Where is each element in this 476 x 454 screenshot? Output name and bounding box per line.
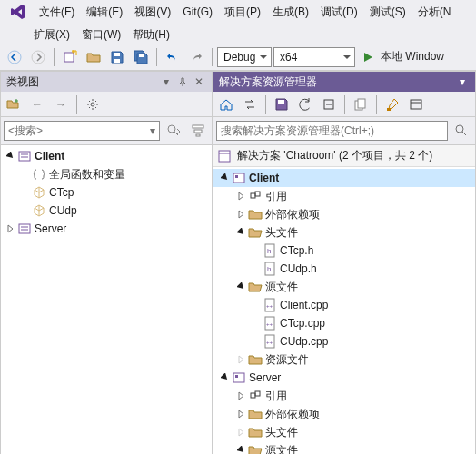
class-view-tree[interactable]: Client 全局函数和变量 CTcp CUdp Server bbox=[1, 145, 212, 454]
nav-back-button[interactable] bbox=[4, 46, 25, 68]
menu-help[interactable]: 帮助(H) bbox=[127, 25, 175, 44]
tree-node-client[interactable]: Client bbox=[1, 147, 212, 165]
dropdown-icon[interactable]: ▾ bbox=[159, 74, 174, 89]
open-button[interactable] bbox=[83, 46, 104, 68]
expander-icon[interactable] bbox=[219, 371, 232, 384]
undo-button[interactable] bbox=[162, 46, 183, 68]
menu-file[interactable]: 文件(F) bbox=[34, 3, 80, 22]
pin-icon[interactable] bbox=[175, 74, 190, 89]
header-file-icon: h bbox=[263, 262, 277, 276]
tree-node-cudp[interactable]: CUdp bbox=[1, 202, 212, 220]
tree-node-server-sources[interactable]: 源文件 bbox=[213, 441, 475, 454]
switch-view-icon[interactable] bbox=[239, 94, 261, 115]
redo-button[interactable] bbox=[185, 46, 207, 68]
menu-window[interactable]: 窗口(W) bbox=[76, 25, 126, 44]
solution-search-input[interactable] bbox=[221, 124, 443, 137]
expander-icon[interactable] bbox=[235, 208, 248, 221]
filter-icon[interactable] bbox=[187, 120, 209, 142]
start-debug-button[interactable] bbox=[357, 46, 379, 68]
tree-node-refs[interactable]: 引用 bbox=[213, 187, 475, 205]
tree-node-external[interactable]: 外部依赖项 bbox=[213, 205, 475, 223]
chevron-down-icon[interactable]: ▾ bbox=[150, 124, 155, 137]
expander-icon[interactable] bbox=[235, 281, 248, 293]
node-label: Client bbox=[249, 172, 279, 184]
menu-git[interactable]: Git(G) bbox=[177, 4, 218, 20]
menu-analyze[interactable]: 分析(N bbox=[412, 3, 457, 22]
back-icon[interactable]: ← bbox=[26, 94, 48, 115]
tree-node-server-proj[interactable]: Server bbox=[213, 369, 475, 387]
solution-tree[interactable]: Client 引用 外部依赖项 头文件 h bbox=[213, 167, 475, 454]
menu-extensions[interactable]: 扩展(X) bbox=[28, 25, 75, 44]
tree-node-client-proj[interactable]: Client bbox=[213, 169, 475, 187]
menu-view[interactable]: 视图(V) bbox=[129, 3, 176, 22]
solution-search-box[interactable] bbox=[216, 121, 448, 141]
collapse-all-icon[interactable] bbox=[318, 94, 340, 115]
tree-node-headers[interactable]: 头文件 bbox=[213, 223, 475, 242]
svg-rect-5 bbox=[139, 54, 144, 57]
show-all-files-icon[interactable] bbox=[350, 94, 372, 115]
refresh-icon[interactable] bbox=[294, 94, 316, 115]
menu-test[interactable]: 测试(S) bbox=[364, 3, 412, 22]
properties-icon[interactable] bbox=[382, 94, 403, 115]
svg-rect-9 bbox=[194, 130, 202, 133]
class-view-search-box[interactable]: ▾ bbox=[4, 121, 160, 141]
tree-node-sources[interactable]: 源文件 bbox=[213, 278, 475, 296]
save-button[interactable] bbox=[106, 46, 128, 68]
tree-node-ctcp-cpp[interactable]: ++ CTcp.cpp bbox=[213, 314, 475, 332]
node-label: CTcp.cpp bbox=[280, 317, 325, 330]
expander-icon[interactable] bbox=[235, 444, 248, 454]
tree-node-server-external[interactable]: 外部依赖项 bbox=[213, 405, 475, 423]
search-icon[interactable] bbox=[451, 120, 472, 142]
folder-icon bbox=[248, 207, 263, 222]
expander-icon[interactable] bbox=[5, 150, 17, 163]
tree-node-global[interactable]: 全局函数和变量 bbox=[1, 165, 212, 183]
expander-icon[interactable] bbox=[235, 408, 248, 420]
separator bbox=[376, 95, 377, 114]
expander-icon[interactable] bbox=[235, 390, 248, 402]
expander-icon[interactable] bbox=[235, 426, 248, 439]
menu-debug[interactable]: 调试(D) bbox=[315, 3, 363, 22]
tree-node-server[interactable]: Server bbox=[1, 220, 212, 238]
expander-icon[interactable] bbox=[219, 172, 232, 184]
menu-edit[interactable]: 编辑(E) bbox=[81, 3, 128, 22]
folder-icon bbox=[248, 407, 263, 421]
search-go-icon[interactable] bbox=[163, 120, 184, 142]
nav-forward-button[interactable] bbox=[27, 46, 49, 68]
save-all-button[interactable] bbox=[130, 46, 152, 68]
new-folder-icon[interactable] bbox=[3, 94, 25, 115]
new-project-button[interactable] bbox=[59, 46, 81, 68]
tree-node-ctcp-h[interactable]: h CTcp.h bbox=[213, 242, 475, 260]
tree-node-ctcp[interactable]: CTcp bbox=[1, 183, 212, 202]
svg-rect-10 bbox=[196, 134, 200, 136]
menu-project[interactable]: 项目(P) bbox=[219, 3, 266, 22]
platform-combo[interactable]: x64 bbox=[273, 47, 355, 67]
config-combo[interactable]: Debug bbox=[217, 47, 272, 67]
run-target-label[interactable]: 本地 Window bbox=[381, 49, 444, 64]
project-icon bbox=[17, 222, 32, 236]
expander-icon[interactable] bbox=[235, 190, 248, 202]
close-icon[interactable]: ✕ bbox=[192, 74, 206, 89]
solution-line[interactable]: 解决方案 'Chatroom' (2 个项目，共 2 个) bbox=[213, 145, 475, 167]
expander-icon[interactable] bbox=[235, 226, 248, 239]
dropdown-icon[interactable]: ▾ bbox=[455, 74, 470, 89]
class-view-search-input[interactable] bbox=[8, 124, 150, 137]
forward-icon[interactable]: → bbox=[50, 94, 72, 115]
node-label: 引用 bbox=[265, 389, 287, 404]
tree-node-client-cpp[interactable]: ++ Client.cpp bbox=[213, 296, 475, 314]
tree-node-server-refs[interactable]: 引用 bbox=[213, 387, 475, 405]
expander-icon[interactable] bbox=[235, 353, 248, 366]
menu-build[interactable]: 生成(B) bbox=[267, 3, 314, 22]
tree-node-cudp-h[interactable]: h CUdp.h bbox=[213, 260, 475, 278]
save-icon[interactable] bbox=[271, 94, 293, 115]
class-view-toolbar: ← → bbox=[1, 92, 212, 117]
svg-point-1 bbox=[32, 51, 45, 64]
config-value: Debug bbox=[223, 51, 255, 64]
home-icon[interactable] bbox=[215, 94, 237, 115]
expander-icon[interactable] bbox=[5, 222, 17, 235]
preview-icon[interactable] bbox=[405, 94, 427, 115]
tree-node-server-headers[interactable]: 头文件 bbox=[213, 423, 475, 441]
tree-node-resources[interactable]: 资源文件 bbox=[213, 350, 475, 369]
class-view-titlebar: 类视图 ▾ ✕ bbox=[1, 72, 212, 92]
settings-icon[interactable] bbox=[82, 94, 104, 115]
tree-node-cudp-cpp[interactable]: ++ CUdp.cpp bbox=[213, 332, 475, 350]
